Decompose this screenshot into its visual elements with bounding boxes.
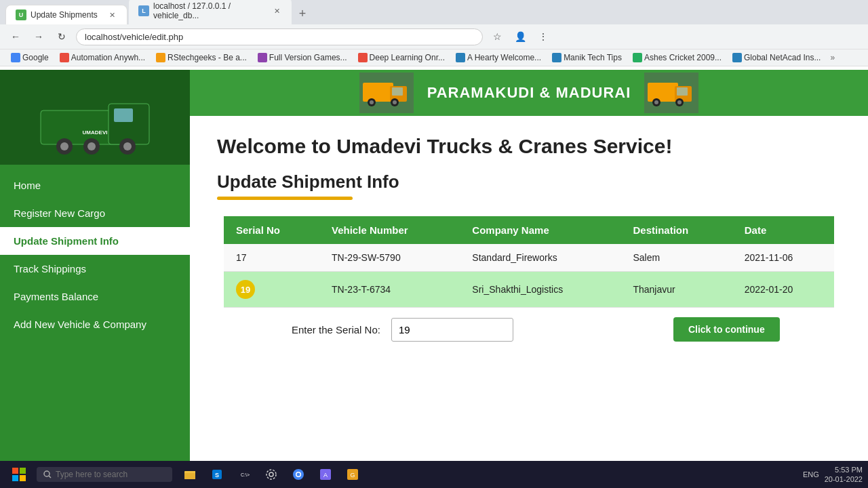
address-input[interactable] [76, 28, 483, 45]
bookmark-automation[interactable]: Automation Anywh... [56, 52, 149, 64]
taskbar-file-explorer[interactable] [178, 464, 202, 485]
svg-rect-31 [20, 475, 26, 481]
bookmark-google[interactable]: Google [7, 52, 53, 64]
svg-line-33 [49, 476, 51, 478]
taskbar-chrome[interactable] [286, 464, 311, 485]
sidebar-logo: UMADEVI [0, 70, 190, 165]
svg-rect-21 [648, 83, 678, 102]
tab-favicon-2: L [138, 5, 149, 16]
svg-rect-13 [363, 83, 393, 102]
taskbar-clock: 5:53 PM 20-01-2022 [825, 465, 863, 485]
bookmark-label-deeplearning: Deep Learning Onr... [370, 53, 445, 62]
bookmark-rstechgeeks[interactable]: RStechgeeks - Be a... [152, 52, 251, 64]
taskbar-app-6[interactable]: A [313, 464, 338, 485]
banner-truck-left [359, 73, 414, 113]
taskbar-store[interactable]: S [205, 464, 229, 485]
svg-rect-28 [12, 468, 18, 474]
svg-rect-35 [184, 473, 195, 479]
col-date: Date [732, 216, 834, 244]
more-bookmarks[interactable]: » [830, 53, 835, 62]
taskbar-settings[interactable] [259, 464, 283, 485]
main-content: PARAMAKUDI & MADURAI Welcome to Umadevi … [190, 70, 868, 461]
serial-badge: 19 [236, 280, 255, 299]
serial-input-label: Enter the Serial No: [292, 324, 380, 336]
cell-destination-1: Salem [620, 244, 732, 272]
new-tab-button[interactable]: + [293, 4, 312, 23]
tab-close-2[interactable]: ✕ [272, 5, 282, 16]
table-header-row: Serial No Vehicle Number Company Name De… [224, 216, 834, 244]
bookmark-icon-deeplearning [358, 53, 368, 62]
table-body: 17 TN-29-SW-5790 Standard_Fireworks Sale… [224, 244, 834, 308]
file-explorer-icon [183, 468, 197, 481]
svg-point-32 [44, 471, 50, 476]
bookmark-globalnetacad[interactable]: Global NetAcad Ins... [728, 52, 825, 64]
start-button[interactable] [5, 464, 33, 485]
svg-point-40 [269, 472, 273, 476]
tab-label-2: localhost / 127.0.0.1 / vehicle_db... [153, 1, 268, 20]
nav-update-shipment[interactable]: Update Shipment Info [0, 227, 190, 255]
nav-track[interactable]: Track Shippings [0, 255, 190, 283]
svg-point-25 [654, 100, 658, 104]
tab-localhost[interactable]: L localhost / 127.0.0.1 / vehicle_db... … [129, 0, 292, 24]
continue-button[interactable]: Click to continue [673, 317, 780, 342]
windows-logo-icon [12, 468, 26, 481]
svg-point-27 [677, 100, 682, 104]
svg-rect-30 [12, 475, 18, 481]
col-vehicle: Vehicle Number [319, 216, 460, 244]
bookmark-deeplearning[interactable]: Deep Learning Onr... [354, 52, 449, 64]
welcome-section: Welcome to Umadevi Trucks & Cranes Servi… [190, 116, 868, 158]
svg-point-17 [370, 100, 374, 104]
svg-rect-15 [392, 87, 403, 96]
bookmark-ashes[interactable]: Ashes Cricket 2009... [629, 52, 726, 64]
forward-button[interactable]: → [30, 28, 47, 45]
table-header: Serial No Vehicle Number Company Name De… [224, 216, 834, 244]
bookmark-label-hearty: A Hearty Welcome... [467, 53, 541, 62]
bookmark-icon-games [258, 53, 267, 62]
app6-icon: A [319, 468, 332, 481]
cell-serial-1: 17 [224, 244, 319, 272]
table-row[interactable]: 17 TN-29-SW-5790 Standard_Fireworks Sale… [224, 244, 834, 272]
reload-button[interactable]: ↻ [53, 28, 71, 45]
nav-register[interactable]: Register New Cargo [0, 199, 190, 227]
bookmark-icon-automation [60, 53, 69, 62]
taskbar-cmd[interactable]: C:\> [232, 464, 256, 485]
nav-home[interactable]: Home [0, 171, 190, 199]
clock-time: 5:53 PM [825, 465, 863, 474]
cell-serial-2: 19 [224, 272, 319, 308]
cell-company-1: Standard_Fireworks [460, 244, 620, 272]
update-heading: Update Shipment Info [217, 171, 841, 192]
truck-image: UMADEVI [20, 73, 170, 161]
table-row-selected[interactable]: 19 TN-23-T-6734 Sri_Shakthi_Logistics Th… [224, 272, 834, 308]
taskbar-search[interactable] [37, 467, 172, 482]
taskbar-app-7[interactable]: G [340, 464, 365, 485]
taskbar-search-input[interactable] [56, 470, 151, 479]
cell-date-2: 2022-01-20 [732, 272, 834, 308]
col-company: Company Name [460, 216, 620, 244]
update-section: Update Shipment Info Serial No Vehicle N… [190, 158, 868, 355]
cell-date-1: 2021-11-06 [732, 244, 834, 272]
nav-add-vehicle[interactable]: Add New Vehicle & Company [0, 310, 190, 338]
bookmark-label-games: Full Version Games... [269, 53, 347, 62]
page-wrapper: UMADEVI Home Register New Cargo Update S… [0, 70, 868, 461]
nav-payments[interactable]: Payments Balance [0, 283, 190, 310]
serial-number-input[interactable] [391, 318, 513, 342]
col-destination: Destination [620, 216, 732, 244]
bookmark-manik[interactable]: Manik Tech Tips [548, 52, 626, 64]
settings-icon [264, 468, 278, 481]
bookmark-icon-rstechgeeks [156, 53, 165, 62]
bookmark-label-google: Google [22, 53, 49, 62]
welcome-heading: Welcome to Umadevi Trucks & Cranes Servi… [217, 135, 841, 158]
bookmark-icon-ashes [633, 53, 642, 62]
bookmarks-bar: Google Automation Anywh... RStechgeeks -… [0, 49, 868, 66]
tab-close-1[interactable]: ✕ [106, 9, 117, 20]
profile-button[interactable]: 👤 [511, 28, 529, 45]
bookmark-button[interactable]: ☆ [488, 28, 506, 45]
back-button[interactable]: ← [7, 28, 24, 45]
bookmark-hearty[interactable]: A Hearty Welcome... [452, 52, 545, 64]
menu-button[interactable]: ⋮ [534, 28, 552, 45]
header-banner: PARAMAKUDI & MADURAI [190, 70, 868, 116]
tab-update-shipments[interactable]: U Update Shipments ✕ [5, 5, 127, 24]
sidebar: UMADEVI Home Register New Cargo Update S… [0, 70, 190, 461]
bookmark-icon-manik [552, 53, 561, 62]
bookmark-games[interactable]: Full Version Games... [254, 52, 351, 64]
